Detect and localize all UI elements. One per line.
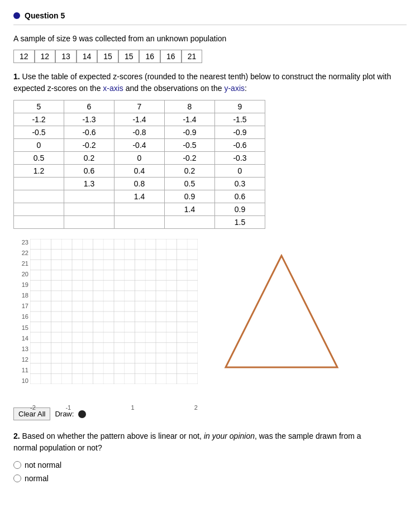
- zscore-data-cell: 1.5: [215, 216, 265, 229]
- zscore-data-cell: 0.5: [14, 152, 64, 165]
- zscore-data-cell: 0.9: [215, 203, 265, 216]
- zscore-data-cell: -0.6: [215, 139, 265, 152]
- y-axis-labels: 2322212019181716151413121110: [13, 239, 30, 384]
- zscore-data-cell: 1.2: [14, 165, 64, 178]
- sample-cell: 16: [160, 50, 182, 63]
- zscore-header-cell: 6: [64, 100, 114, 113]
- zscore-header-cell: 8: [165, 100, 215, 113]
- y-axis-label: 11: [22, 367, 28, 373]
- y-axis-label: 10: [22, 377, 28, 384]
- zscore-data-cell: [114, 216, 165, 229]
- draw-label: Draw:: [55, 410, 74, 418]
- zscore-data-cell: -0.6: [64, 126, 114, 139]
- question-dot: [13, 12, 20, 19]
- radio-not-normal[interactable]: [13, 461, 21, 469]
- instruction1: 1. Use the table of expected z-scores (r…: [13, 71, 407, 94]
- y-axis-label: 21: [22, 260, 28, 267]
- zscore-header-cell: 5: [14, 100, 64, 113]
- zscore-header-cell: 9: [215, 100, 265, 113]
- zscore-data-cell: -0.3: [215, 152, 265, 165]
- zscore-data-cell: [64, 216, 114, 229]
- sample-cell: 13: [55, 50, 77, 63]
- zscore-data-cell: 0.2: [64, 152, 114, 165]
- zscore-data-cell: -0.5: [14, 126, 64, 139]
- zscore-data-cell: -1.2: [14, 113, 64, 126]
- y-axis-label: 15: [22, 324, 28, 331]
- zscore-data-cell: -0.2: [165, 152, 215, 165]
- y-axis-label: 19: [22, 281, 28, 288]
- zscore-data-cell: 0: [114, 152, 165, 165]
- svg-marker-32: [226, 256, 337, 367]
- zscore-data-cell: [165, 216, 215, 229]
- question-title: Question 5: [25, 11, 65, 20]
- q2-emphasis: in your opinion: [204, 432, 255, 440]
- zscore-data-cell: 0.9: [165, 190, 215, 203]
- zscore-table: 56789-1.2-1.3-1.4-1.4-1.5-0.5-0.6-0.8-0.…: [13, 100, 265, 229]
- zscore-data-cell: -1.3: [64, 113, 114, 126]
- sample-data-row: 121213141515161621: [13, 50, 407, 63]
- zscore-data-cell: [64, 190, 114, 203]
- instruction1-xaxis: x-axis: [103, 84, 123, 93]
- zscore-data-cell: 0.6: [215, 190, 265, 203]
- zscore-data-cell: [14, 178, 64, 190]
- triangle-svg: [220, 250, 343, 373]
- zscore-data-cell: -1.4: [165, 113, 215, 126]
- y-axis-label: 13: [22, 346, 28, 352]
- sample-cell: 14: [77, 50, 98, 63]
- zscore-data-cell: -0.9: [165, 126, 215, 139]
- zscore-data-cell: 0.4: [114, 165, 165, 178]
- zscore-header-cell: 7: [114, 100, 165, 113]
- y-axis-label: 22: [22, 250, 28, 256]
- instruction1-prefix: 1.: [13, 72, 20, 81]
- x-label-minus2: -2: [30, 404, 36, 411]
- sample-cell: 21: [182, 50, 203, 63]
- x-label-1: 1: [131, 404, 134, 411]
- x-label-2: 2: [194, 404, 198, 411]
- q2-prefix: 2.: [13, 432, 20, 440]
- instruction1-suffix: :: [245, 84, 247, 93]
- y-axis-label: 17: [22, 303, 28, 309]
- sample-cell: 16: [139, 50, 160, 63]
- label-not-normal: not normal: [25, 461, 61, 469]
- zscore-data-cell: 0.8: [114, 178, 165, 190]
- zscore-data-cell: 0.6: [64, 165, 114, 178]
- y-axis-label: 18: [22, 292, 28, 299]
- graph-container: 2322212019181716151413121110: [13, 239, 203, 401]
- question2: 2. Based on whether the pattern above is…: [13, 430, 407, 454]
- zscore-data-cell: [14, 190, 64, 203]
- y-axis-label: 20: [22, 271, 28, 277]
- radio-option-normal: normal: [13, 474, 407, 483]
- sample-cell: 15: [97, 50, 118, 63]
- question-header: Question 5: [13, 11, 407, 25]
- y-axis-label: 23: [22, 239, 28, 246]
- graph-and-triangle: 2322212019181716151413121110: [13, 239, 407, 401]
- sample-cell: 15: [118, 50, 140, 63]
- label-normal: normal: [25, 474, 49, 483]
- y-axis-label: 12: [22, 356, 28, 363]
- zscore-data-cell: [14, 216, 64, 229]
- graph-area[interactable]: [30, 239, 198, 384]
- y-axis-label: 16: [22, 313, 28, 320]
- q2-text1: Based on whether the pattern above is li…: [22, 432, 204, 440]
- x-label-minus1: -1: [65, 404, 71, 411]
- q2-text2: , was the sample drawn from a: [255, 432, 361, 440]
- draw-dot-icon[interactable]: [78, 410, 86, 418]
- zscore-data-cell: -0.4: [114, 139, 165, 152]
- zscore-data-cell: [64, 203, 114, 216]
- y-axis-label: 14: [22, 335, 28, 342]
- radio-options: not normal normal: [13, 461, 407, 483]
- sample-cell: 12: [13, 50, 35, 63]
- zscore-data-cell: -0.2: [64, 139, 114, 152]
- radio-option-not-normal: not normal: [13, 461, 407, 469]
- zscore-data-cell: -0.5: [165, 139, 215, 152]
- zscore-data-cell: 0: [215, 165, 265, 178]
- zscore-data-cell: 1.3: [64, 178, 114, 190]
- instruction1-mid: and the observations on the: [123, 84, 225, 93]
- question-description: A sample of size 9 was collected from an…: [13, 34, 226, 43]
- zscore-data-cell: 0.2: [165, 165, 215, 178]
- instruction1-yaxis: y-axis: [224, 84, 245, 93]
- zscore-data-cell: 0: [14, 139, 64, 152]
- zscore-data-cell: 1.4: [165, 203, 215, 216]
- radio-normal[interactable]: [13, 474, 21, 482]
- zscore-data-cell: -0.9: [215, 126, 265, 139]
